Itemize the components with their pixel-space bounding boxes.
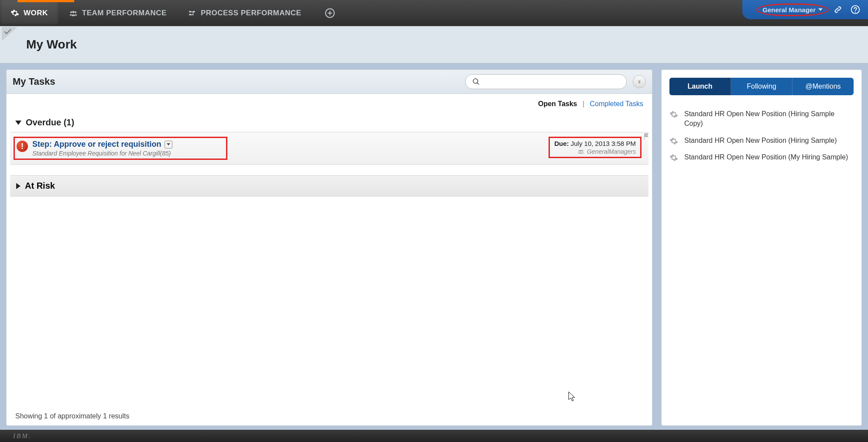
task-action-dropdown[interactable] [165, 141, 172, 148]
launch-item-label: Standard HR Open New Position (My Hiring… [684, 152, 848, 162]
gear-icon [669, 110, 678, 119]
search-input[interactable] [465, 74, 627, 89]
task-due-area-highlighted: Due: July 10, 2013 3:58 PM GeneralManage… [549, 137, 642, 158]
task-title-area-highlighted: ! Step: Approve or reject requisition St… [14, 137, 227, 160]
completed-tasks-link[interactable]: Completed Tasks [590, 100, 643, 107]
tasks-panel: My Tasks Open Tasks | Completed Tasks [6, 69, 652, 426]
top-nav: WORK TEAM PERFORMANCE PROCESS PERFORMANC… [0, 0, 868, 26]
tab-mentions[interactable]: @Mentions [793, 78, 854, 95]
results-count: Showing 1 of approximately 1 results [15, 412, 129, 420]
task-subtitle: Standard Employee Requisition for Neel C… [32, 150, 172, 157]
help-icon[interactable] [851, 5, 860, 14]
search-box [465, 74, 627, 89]
nav-work[interactable]: WORK [0, 0, 58, 26]
nav-team-label: TEAM PERFORMANCE [82, 9, 167, 17]
overdue-section-label: Overdue (1) [26, 117, 74, 128]
page-corner-fold [0, 26, 17, 41]
user-area: General Manager [742, 0, 868, 19]
due-label: Due: [554, 140, 569, 147]
chevron-down-icon [15, 121, 21, 125]
launch-item[interactable]: Standard HR Open New Position (Hiring Sa… [669, 106, 854, 132]
gear-icon [669, 137, 678, 145]
due-value: July 10, 2013 3:58 PM [571, 140, 636, 147]
launch-item-label: Standard HR Open New Position (Hiring Sa… [684, 136, 837, 145]
main-content: My Tasks Open Tasks | Completed Tasks [0, 63, 868, 426]
user-name: General Manager [762, 6, 816, 14]
open-tasks-link[interactable]: Open Tasks [538, 100, 577, 107]
nav-process-performance[interactable]: PROCESS PERFORMANCE [177, 0, 312, 26]
active-tab-indicator [17, 0, 74, 2]
tab-launch[interactable]: Launch [669, 78, 731, 95]
footer-brand: IBM. [13, 432, 31, 440]
nav-team-performance[interactable]: TEAM PERFORMANCE [58, 0, 177, 26]
page-title: My Work [26, 38, 77, 52]
task-filter-links: Open Tasks | Completed Tasks [7, 94, 652, 110]
chevron-right-icon [16, 183, 21, 189]
gear-icon [669, 153, 678, 162]
link-icon[interactable] [833, 5, 843, 14]
task-row[interactable]: ! Step: Approve or reject requisition St… [10, 132, 648, 165]
launch-item-label: Standard HR Open New Position (Hiring Sa… [684, 109, 854, 129]
gear-icon [10, 9, 19, 17]
chevron-down-icon [818, 8, 823, 11]
group-icon [577, 148, 584, 155]
tab-following[interactable]: Following [731, 78, 793, 95]
overdue-section-header[interactable]: Overdue (1) [7, 110, 652, 131]
chevron-down-icon [167, 143, 170, 145]
tasks-title: My Tasks [13, 76, 55, 87]
add-tab-button[interactable] [325, 8, 335, 18]
sidebar-panel: Launch Following @Mentions Standard HR O… [661, 69, 862, 426]
process-icon [188, 9, 196, 17]
flag-icon[interactable] [643, 133, 649, 140]
overdue-alert-icon: ! [17, 141, 28, 152]
footer: IBM. [0, 430, 868, 442]
page-header: My Work [0, 26, 868, 63]
launch-list: Standard HR Open New Position (Hiring Sa… [669, 106, 854, 166]
task-title-link[interactable]: Step: Approve or reject requisition [32, 140, 161, 149]
launch-item[interactable]: Standard HR Open New Position (My Hiring… [669, 149, 854, 166]
sidebar-tabs: Launch Following @Mentions [669, 78, 854, 95]
atrisk-section-header[interactable]: At Risk [10, 175, 648, 197]
user-dropdown[interactable]: General Manager [760, 5, 825, 14]
atrisk-section-label: At Risk [25, 181, 55, 191]
nav-process-label: PROCESS PERFORMANCE [201, 9, 302, 17]
nav-work-label: WORK [24, 9, 48, 17]
tasks-header-bar: My Tasks [7, 70, 652, 94]
launch-item[interactable]: Standard HR Open New Position (Hiring Sa… [669, 132, 854, 149]
collapse-button[interactable] [633, 75, 646, 88]
team-icon [69, 9, 78, 17]
task-assignee: GeneralManagers [587, 148, 636, 155]
search-icon [472, 78, 480, 86]
